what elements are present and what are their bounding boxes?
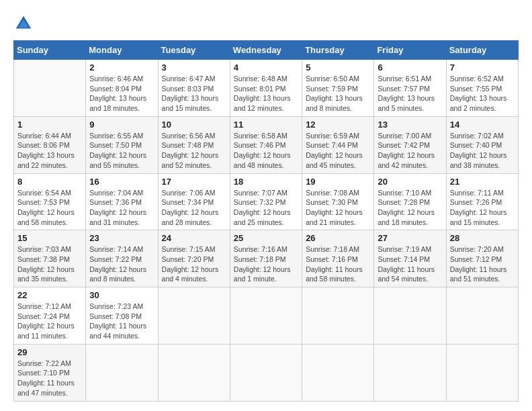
- day-number: 25: [234, 233, 298, 243]
- calendar-cell: 7Sunrise: 6:52 AM Sunset: 7:55 PM Daylig…: [446, 60, 518, 117]
- calendar-cell: 17Sunrise: 7:06 AM Sunset: 7:34 PM Dayli…: [158, 173, 230, 230]
- day-info: Sunrise: 7:08 AM Sunset: 7:30 PM Dayligh…: [306, 188, 370, 228]
- day-info: Sunrise: 6:48 AM Sunset: 8:01 PM Dayligh…: [234, 74, 298, 113]
- calendar-cell: 27Sunrise: 7:19 AM Sunset: 7:14 PM Dayli…: [374, 230, 446, 287]
- day-number: 23: [89, 233, 154, 243]
- day-info: Sunrise: 6:56 AM Sunset: 7:48 PM Dayligh…: [162, 131, 226, 171]
- day-info: Sunrise: 7:19 AM Sunset: 7:14 PM Dayligh…: [378, 244, 442, 284]
- day-info: Sunrise: 7:11 AM Sunset: 7:26 PM Dayligh…: [450, 188, 515, 228]
- day-info: Sunrise: 6:51 AM Sunset: 7:57 PM Dayligh…: [378, 74, 442, 113]
- calendar-cell: [446, 344, 518, 401]
- calendar-week-row: 15Sunrise: 7:03 AM Sunset: 7:38 PM Dayli…: [14, 230, 519, 287]
- calendar-cell: 12Sunrise: 6:59 AM Sunset: 7:44 PM Dayli…: [302, 116, 374, 173]
- day-info: Sunrise: 6:58 AM Sunset: 7:46 PM Dayligh…: [234, 131, 298, 171]
- day-number: 1: [17, 120, 82, 130]
- calendar-cell: 9Sunrise: 6:55 AM Sunset: 7:50 PM Daylig…: [86, 116, 158, 173]
- calendar-cell: 2Sunrise: 6:46 AM Sunset: 8:04 PM Daylig…: [86, 60, 158, 117]
- day-info: Sunrise: 7:00 AM Sunset: 7:42 PM Dayligh…: [378, 131, 442, 171]
- calendar-week-row: 22Sunrise: 7:12 AM Sunset: 7:24 PM Dayli…: [14, 287, 519, 345]
- calendar-cell: 25Sunrise: 7:16 AM Sunset: 7:18 PM Dayli…: [230, 230, 302, 287]
- day-info: Sunrise: 6:50 AM Sunset: 7:59 PM Dayligh…: [306, 74, 370, 113]
- weekday-header-sunday: Sunday: [14, 41, 86, 60]
- calendar-cell: 23Sunrise: 7:14 AM Sunset: 7:22 PM Dayli…: [86, 230, 158, 287]
- calendar-cell: 14Sunrise: 7:02 AM Sunset: 7:40 PM Dayli…: [446, 116, 518, 173]
- weekday-header-monday: Monday: [86, 41, 158, 60]
- logo: [13, 13, 36, 34]
- day-number: 15: [17, 233, 82, 243]
- calendar-cell: [446, 287, 518, 345]
- calendar-cell: 6Sunrise: 6:51 AM Sunset: 7:57 PM Daylig…: [374, 60, 446, 117]
- day-number: 26: [306, 233, 370, 243]
- weekday-header-tuesday: Tuesday: [158, 41, 230, 60]
- calendar-week-row: 2Sunrise: 6:46 AM Sunset: 8:04 PM Daylig…: [14, 60, 519, 117]
- weekday-header-row: SundayMondayTuesdayWednesdayThursdayFrid…: [14, 41, 519, 60]
- general-blue-logo-icon: [13, 13, 34, 34]
- day-number: 5: [306, 62, 370, 73]
- calendar-cell: 13Sunrise: 7:00 AM Sunset: 7:42 PM Dayli…: [374, 116, 446, 173]
- day-info: Sunrise: 6:59 AM Sunset: 7:44 PM Dayligh…: [306, 131, 370, 171]
- day-info: Sunrise: 6:54 AM Sunset: 7:53 PM Dayligh…: [17, 188, 82, 228]
- day-info: Sunrise: 7:04 AM Sunset: 7:36 PM Dayligh…: [89, 188, 154, 228]
- calendar-cell: 15Sunrise: 7:03 AM Sunset: 7:38 PM Dayli…: [14, 230, 86, 287]
- day-info: Sunrise: 6:46 AM Sunset: 8:04 PM Dayligh…: [89, 74, 154, 113]
- day-number: 30: [89, 290, 154, 300]
- calendar-cell: 4Sunrise: 6:48 AM Sunset: 8:01 PM Daylig…: [230, 60, 302, 117]
- calendar-week-row: 29Sunrise: 7:22 AM Sunset: 7:10 PM Dayli…: [14, 344, 519, 401]
- calendar-cell: [230, 287, 302, 345]
- weekday-header-saturday: Saturday: [446, 41, 518, 60]
- calendar-cell: 29Sunrise: 7:22 AM Sunset: 7:10 PM Dayli…: [14, 344, 86, 401]
- weekday-header-friday: Friday: [374, 41, 446, 60]
- day-number: 9: [89, 120, 154, 130]
- day-info: Sunrise: 6:55 AM Sunset: 7:50 PM Dayligh…: [89, 131, 154, 171]
- day-number: 13: [378, 120, 442, 130]
- calendar-cell: [302, 344, 374, 401]
- day-number: 19: [306, 177, 370, 187]
- day-info: Sunrise: 6:47 AM Sunset: 8:03 PM Dayligh…: [162, 74, 226, 113]
- day-number: 14: [450, 120, 515, 130]
- day-info: Sunrise: 6:52 AM Sunset: 7:55 PM Dayligh…: [450, 74, 515, 113]
- calendar-cell: [86, 344, 158, 401]
- calendar-cell: 30Sunrise: 7:23 AM Sunset: 7:08 PM Dayli…: [86, 287, 158, 345]
- day-info: Sunrise: 7:16 AM Sunset: 7:18 PM Dayligh…: [234, 244, 298, 284]
- calendar-week-row: 1Sunrise: 6:44 AM Sunset: 8:06 PM Daylig…: [14, 116, 519, 173]
- calendar-cell: [14, 60, 86, 117]
- calendar-cell: [374, 344, 446, 401]
- day-number: 8: [17, 177, 82, 187]
- day-number: 2: [89, 62, 154, 73]
- calendar-cell: 1Sunrise: 6:44 AM Sunset: 8:06 PM Daylig…: [14, 116, 86, 173]
- day-info: Sunrise: 7:14 AM Sunset: 7:22 PM Dayligh…: [89, 244, 154, 284]
- day-number: 7: [450, 62, 515, 73]
- day-number: 6: [378, 62, 442, 73]
- calendar-table: SundayMondayTuesdayWednesdayThursdayFrid…: [13, 40, 519, 402]
- day-number: 21: [450, 177, 515, 187]
- day-number: 11: [234, 120, 298, 130]
- day-number: 27: [378, 233, 442, 243]
- weekday-header-wednesday: Wednesday: [230, 41, 302, 60]
- calendar-cell: 18Sunrise: 7:07 AM Sunset: 7:32 PM Dayli…: [230, 173, 302, 230]
- calendar-cell: [302, 287, 374, 345]
- day-info: Sunrise: 7:15 AM Sunset: 7:20 PM Dayligh…: [162, 244, 226, 284]
- calendar-cell: 16Sunrise: 7:04 AM Sunset: 7:36 PM Dayli…: [86, 173, 158, 230]
- calendar-cell: 20Sunrise: 7:10 AM Sunset: 7:28 PM Dayli…: [374, 173, 446, 230]
- calendar-header: SundayMondayTuesdayWednesdayThursdayFrid…: [14, 41, 519, 60]
- day-number: 4: [234, 62, 298, 73]
- day-number: 10: [162, 120, 226, 130]
- day-number: 29: [17, 347, 82, 357]
- calendar-cell: 3Sunrise: 6:47 AM Sunset: 8:03 PM Daylig…: [158, 60, 230, 117]
- weekday-header-thursday: Thursday: [302, 41, 374, 60]
- calendar-cell: 10Sunrise: 6:56 AM Sunset: 7:48 PM Dayli…: [158, 116, 230, 173]
- day-info: Sunrise: 6:44 AM Sunset: 8:06 PM Dayligh…: [17, 131, 82, 171]
- day-info: Sunrise: 7:07 AM Sunset: 7:32 PM Dayligh…: [234, 188, 298, 228]
- day-info: Sunrise: 7:20 AM Sunset: 7:12 PM Dayligh…: [450, 244, 515, 284]
- calendar-cell: 28Sunrise: 7:20 AM Sunset: 7:12 PM Dayli…: [446, 230, 518, 287]
- day-number: 12: [306, 120, 370, 130]
- calendar-cell: 8Sunrise: 6:54 AM Sunset: 7:53 PM Daylig…: [14, 173, 86, 230]
- day-number: 20: [378, 177, 442, 187]
- calendar-cell: 24Sunrise: 7:15 AM Sunset: 7:20 PM Dayli…: [158, 230, 230, 287]
- calendar-cell: [230, 344, 302, 401]
- page-header: [13, 13, 519, 34]
- calendar-body: 2Sunrise: 6:46 AM Sunset: 8:04 PM Daylig…: [14, 60, 519, 402]
- day-info: Sunrise: 7:03 AM Sunset: 7:38 PM Dayligh…: [17, 244, 82, 284]
- day-info: Sunrise: 7:02 AM Sunset: 7:40 PM Dayligh…: [450, 131, 515, 171]
- calendar-cell: 11Sunrise: 6:58 AM Sunset: 7:46 PM Dayli…: [230, 116, 302, 173]
